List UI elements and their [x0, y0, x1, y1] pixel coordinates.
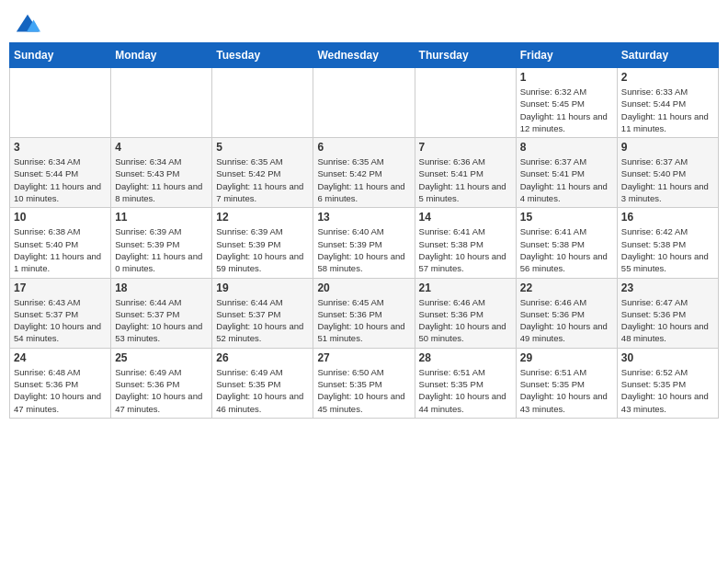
- day-number: 20: [317, 282, 410, 294]
- day-number: 12: [216, 211, 309, 224]
- day-number: 23: [621, 282, 714, 294]
- calendar-cell: 27Sunrise: 6:50 AM Sunset: 5:35 PM Dayli…: [313, 348, 415, 418]
- col-header-friday: Friday: [516, 43, 617, 68]
- day-info: Sunrise: 6:46 AM Sunset: 5:36 PM Dayligh…: [419, 296, 512, 345]
- calendar-cell: 17Sunrise: 6:43 AM Sunset: 5:37 PM Dayli…: [10, 278, 111, 348]
- day-info: Sunrise: 6:47 AM Sunset: 5:36 PM Dayligh…: [621, 296, 714, 345]
- day-number: 26: [216, 351, 309, 364]
- calendar-cell: 6Sunrise: 6:35 AM Sunset: 5:42 PM Daylig…: [313, 138, 415, 208]
- calendar-cell: 2Sunrise: 6:33 AM Sunset: 5:44 PM Daylig…: [617, 68, 718, 138]
- calendar-cell: 4Sunrise: 6:34 AM Sunset: 5:43 PM Daylig…: [111, 138, 212, 208]
- calendar-cell: 12Sunrise: 6:39 AM Sunset: 5:39 PM Dayli…: [212, 208, 313, 278]
- day-number: 8: [520, 141, 613, 154]
- day-number: 1: [520, 71, 613, 84]
- day-info: Sunrise: 6:37 AM Sunset: 5:41 PM Dayligh…: [520, 155, 613, 204]
- calendar-cell: 3Sunrise: 6:34 AM Sunset: 5:44 PM Daylig…: [10, 138, 111, 208]
- day-info: Sunrise: 6:51 AM Sunset: 5:35 PM Dayligh…: [520, 366, 613, 415]
- col-header-monday: Monday: [111, 43, 212, 68]
- day-number: 17: [14, 282, 107, 294]
- day-info: Sunrise: 6:40 AM Sunset: 5:39 PM Dayligh…: [317, 225, 410, 274]
- day-info: Sunrise: 6:51 AM Sunset: 5:35 PM Dayligh…: [419, 366, 512, 415]
- day-info: Sunrise: 6:33 AM Sunset: 5:44 PM Dayligh…: [621, 86, 714, 134]
- day-number: 3: [14, 141, 107, 154]
- day-info: Sunrise: 6:35 AM Sunset: 5:42 PM Dayligh…: [216, 155, 309, 204]
- calendar-cell: 14Sunrise: 6:41 AM Sunset: 5:38 PM Dayli…: [415, 208, 516, 278]
- day-number: 29: [520, 351, 613, 364]
- day-info: Sunrise: 6:34 AM Sunset: 5:43 PM Dayligh…: [115, 155, 208, 204]
- day-number: 25: [115, 351, 208, 364]
- week-row-3: 10Sunrise: 6:38 AM Sunset: 5:40 PM Dayli…: [10, 208, 719, 278]
- day-number: 10: [14, 211, 107, 224]
- calendar-cell: 5Sunrise: 6:35 AM Sunset: 5:42 PM Daylig…: [212, 138, 313, 208]
- day-number: 2: [621, 71, 714, 84]
- calendar-cell: 26Sunrise: 6:49 AM Sunset: 5:35 PM Dayli…: [212, 348, 313, 418]
- col-header-sunday: Sunday: [10, 43, 111, 68]
- day-info: Sunrise: 6:50 AM Sunset: 5:35 PM Dayligh…: [317, 366, 410, 415]
- calendar-cell: 15Sunrise: 6:41 AM Sunset: 5:38 PM Dayli…: [516, 208, 617, 278]
- day-number: 13: [317, 211, 410, 224]
- day-number: 19: [216, 282, 309, 294]
- calendar-cell: 28Sunrise: 6:51 AM Sunset: 5:35 PM Dayli…: [415, 348, 516, 418]
- day-info: Sunrise: 6:35 AM Sunset: 5:42 PM Dayligh…: [317, 155, 410, 204]
- day-info: Sunrise: 6:49 AM Sunset: 5:35 PM Dayligh…: [216, 366, 309, 415]
- day-info: Sunrise: 6:44 AM Sunset: 5:37 PM Dayligh…: [115, 296, 208, 345]
- week-row-4: 17Sunrise: 6:43 AM Sunset: 5:37 PM Dayli…: [10, 278, 719, 348]
- page-header: [9, 9, 719, 35]
- day-info: Sunrise: 6:32 AM Sunset: 5:45 PM Dayligh…: [520, 86, 613, 134]
- day-number: 28: [419, 351, 512, 364]
- day-info: Sunrise: 6:36 AM Sunset: 5:41 PM Dayligh…: [419, 155, 512, 204]
- calendar-cell: [212, 68, 313, 138]
- day-info: Sunrise: 6:39 AM Sunset: 5:39 PM Dayligh…: [216, 225, 309, 274]
- logo: [13, 13, 40, 35]
- day-number: 6: [317, 141, 410, 154]
- day-number: 5: [216, 141, 309, 154]
- col-header-tuesday: Tuesday: [212, 43, 313, 68]
- header-row: SundayMondayTuesdayWednesdayThursdayFrid…: [10, 43, 719, 68]
- day-number: 4: [115, 141, 208, 154]
- day-info: Sunrise: 6:38 AM Sunset: 5:40 PM Dayligh…: [14, 225, 107, 274]
- calendar-cell: 30Sunrise: 6:52 AM Sunset: 5:35 PM Dayli…: [617, 348, 718, 418]
- calendar-cell: 16Sunrise: 6:42 AM Sunset: 5:38 PM Dayli…: [617, 208, 718, 278]
- calendar-cell: 13Sunrise: 6:40 AM Sunset: 5:39 PM Dayli…: [313, 208, 415, 278]
- calendar-cell: 24Sunrise: 6:48 AM Sunset: 5:36 PM Dayli…: [10, 348, 111, 418]
- calendar-cell: 10Sunrise: 6:38 AM Sunset: 5:40 PM Dayli…: [10, 208, 111, 278]
- calendar-cell: [415, 68, 516, 138]
- day-info: Sunrise: 6:44 AM Sunset: 5:37 PM Dayligh…: [216, 296, 309, 345]
- calendar-cell: [111, 68, 212, 138]
- calendar-header: SundayMondayTuesdayWednesdayThursdayFrid…: [10, 43, 719, 68]
- calendar-cell: 8Sunrise: 6:37 AM Sunset: 5:41 PM Daylig…: [516, 138, 617, 208]
- day-number: 7: [419, 141, 512, 154]
- day-number: 21: [419, 282, 512, 294]
- calendar-body: 1Sunrise: 6:32 AM Sunset: 5:45 PM Daylig…: [10, 68, 719, 419]
- calendar-cell: 7Sunrise: 6:36 AM Sunset: 5:41 PM Daylig…: [415, 138, 516, 208]
- day-number: 27: [317, 351, 410, 364]
- day-info: Sunrise: 6:34 AM Sunset: 5:44 PM Dayligh…: [14, 155, 107, 204]
- calendar-cell: 29Sunrise: 6:51 AM Sunset: 5:35 PM Dayli…: [516, 348, 617, 418]
- day-number: 11: [115, 211, 208, 224]
- day-number: 24: [14, 351, 107, 364]
- calendar-cell: 11Sunrise: 6:39 AM Sunset: 5:39 PM Dayli…: [111, 208, 212, 278]
- day-info: Sunrise: 6:52 AM Sunset: 5:35 PM Dayligh…: [621, 366, 714, 415]
- day-info: Sunrise: 6:43 AM Sunset: 5:37 PM Dayligh…: [14, 296, 107, 345]
- col-header-wednesday: Wednesday: [313, 43, 415, 68]
- calendar-cell: 20Sunrise: 6:45 AM Sunset: 5:36 PM Dayli…: [313, 278, 415, 348]
- calendar-cell: [10, 68, 111, 138]
- calendar-cell: 22Sunrise: 6:46 AM Sunset: 5:36 PM Dayli…: [516, 278, 617, 348]
- calendar-cell: [313, 68, 415, 138]
- day-info: Sunrise: 6:41 AM Sunset: 5:38 PM Dayligh…: [520, 225, 613, 274]
- day-number: 15: [520, 211, 613, 224]
- week-row-5: 24Sunrise: 6:48 AM Sunset: 5:36 PM Dayli…: [10, 348, 719, 418]
- day-info: Sunrise: 6:41 AM Sunset: 5:38 PM Dayligh…: [419, 225, 512, 274]
- col-header-thursday: Thursday: [415, 43, 516, 68]
- calendar-cell: 9Sunrise: 6:37 AM Sunset: 5:40 PM Daylig…: [617, 138, 718, 208]
- col-header-saturday: Saturday: [617, 43, 718, 68]
- day-info: Sunrise: 6:42 AM Sunset: 5:38 PM Dayligh…: [621, 225, 714, 274]
- logo-icon: [15, 13, 40, 39]
- calendar-cell: 18Sunrise: 6:44 AM Sunset: 5:37 PM Dayli…: [111, 278, 212, 348]
- calendar-cell: 21Sunrise: 6:46 AM Sunset: 5:36 PM Dayli…: [415, 278, 516, 348]
- calendar-cell: 23Sunrise: 6:47 AM Sunset: 5:36 PM Dayli…: [617, 278, 718, 348]
- week-row-2: 3Sunrise: 6:34 AM Sunset: 5:44 PM Daylig…: [10, 138, 719, 208]
- calendar-cell: 19Sunrise: 6:44 AM Sunset: 5:37 PM Dayli…: [212, 278, 313, 348]
- calendar-cell: 25Sunrise: 6:49 AM Sunset: 5:36 PM Dayli…: [111, 348, 212, 418]
- day-number: 16: [621, 211, 714, 224]
